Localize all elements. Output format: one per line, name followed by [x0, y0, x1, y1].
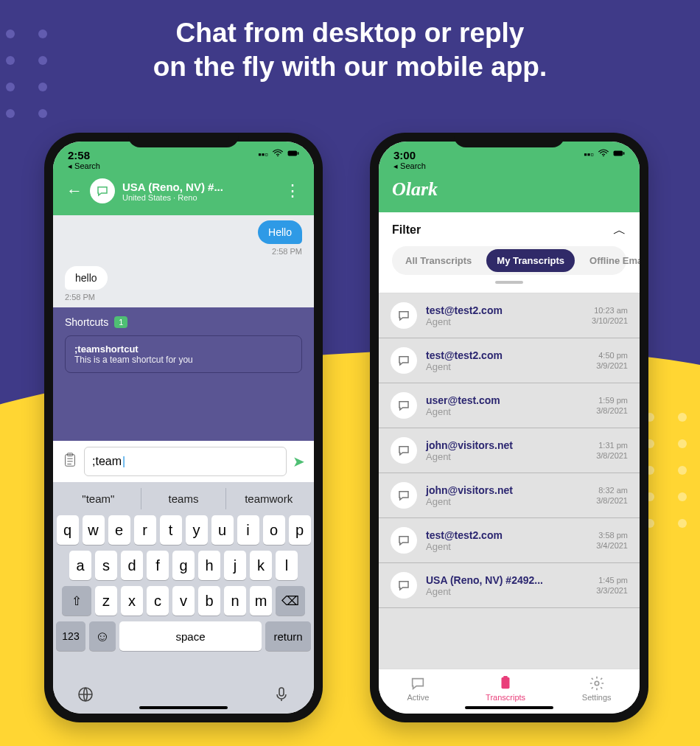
status-back-label[interactable]: ◂ Search	[393, 161, 426, 171]
decorative-dots-left	[6, 29, 53, 118]
nav-label: Transcripts	[486, 693, 525, 702]
avatar[interactable]	[90, 178, 115, 203]
key-w[interactable]: w	[83, 515, 105, 545]
transcript-email: test@test2.com	[426, 349, 596, 361]
transcript-row[interactable]: test@test2.comAgent10:23 am3/10/2021	[379, 293, 640, 338]
back-arrow-icon[interactable]: ←	[66, 181, 83, 201]
shortcut-description: This is a team shortcut for you	[74, 355, 293, 365]
filter-label: Filter	[392, 223, 421, 237]
status-back-label[interactable]: ◂ Search	[68, 161, 100, 171]
transcript-time: 1:59 pm	[596, 395, 628, 405]
key-a[interactable]: a	[69, 551, 91, 580]
transcript-list[interactable]: test@test2.comAgent10:23 am3/10/2021test…	[379, 293, 640, 669]
phone-transcripts: 3:00 ◂ Search ▪▪▫ Olark Filter ︿ All	[370, 133, 648, 722]
transcript-time: 1:45 pm	[596, 575, 628, 585]
battery-icon	[287, 149, 299, 160]
shortcut-item[interactable]: ;teamshortcut This is a team shortcut fo…	[65, 335, 302, 373]
key-t[interactable]: t	[160, 515, 182, 545]
chevron-up-icon: ︿	[613, 221, 626, 239]
key-b[interactable]: b	[198, 586, 220, 616]
key-s[interactable]: s	[95, 551, 117, 580]
chat-subtitle: United States · Reno	[122, 193, 223, 202]
shortcut-command: ;teamshortcut	[74, 344, 293, 355]
svg-point-7	[603, 155, 604, 156]
key-x[interactable]: x	[121, 586, 143, 616]
chat-bubble-icon	[391, 437, 417, 464]
message-out-time: 2:58 PM	[65, 247, 302, 256]
key-p[interactable]: p	[289, 515, 311, 545]
home-indicator[interactable]	[465, 706, 553, 709]
globe-icon[interactable]	[77, 686, 94, 706]
pull-handle[interactable]	[495, 281, 523, 284]
transcript-row[interactable]: USA (Reno, NV) #2492...Agent1:45 pm3/3/2…	[379, 563, 640, 608]
message-input[interactable]: ;team	[84, 447, 287, 476]
key-g[interactable]: g	[172, 551, 195, 580]
nav-active[interactable]: Active	[407, 675, 429, 702]
space-key[interactable]: space	[119, 621, 262, 651]
key-y[interactable]: y	[186, 515, 208, 545]
key-l[interactable]: l	[276, 551, 298, 580]
shortcuts-label: Shortcuts	[65, 316, 108, 328]
suggestion[interactable]: teams	[141, 488, 226, 509]
return-key[interactable]: return	[265, 621, 311, 651]
nav-settings[interactable]: Settings	[582, 675, 612, 702]
filter-header[interactable]: Filter ︿	[392, 221, 626, 239]
shift-key[interactable]: ⇧	[62, 586, 91, 616]
transcript-row[interactable]: test@test2.comAgent3:58 pm3/4/2021	[379, 518, 640, 563]
key-d[interactable]: d	[121, 551, 143, 580]
key-f[interactable]: f	[147, 551, 169, 580]
key-e[interactable]: e	[108, 515, 130, 545]
transcript-role: Agent	[426, 541, 596, 552]
battery-icon	[613, 149, 625, 160]
key-u[interactable]: u	[211, 515, 234, 545]
key-n[interactable]: n	[224, 586, 246, 616]
key-q[interactable]: q	[57, 515, 79, 545]
key-k[interactable]: k	[250, 551, 272, 580]
svg-rect-9	[623, 152, 625, 154]
svg-rect-11	[503, 676, 508, 679]
chat-bubble-icon	[391, 302, 417, 329]
kebab-menu-icon[interactable]: ⋮	[284, 181, 301, 201]
chat-bubble-icon	[391, 527, 417, 554]
transcript-email: test@test2.com	[426, 529, 596, 541]
transcript-email: USA (Reno, NV) #2492...	[426, 574, 596, 586]
tab-offline-emails[interactable]: Offline Emails	[579, 249, 640, 272]
key-j[interactable]: j	[224, 551, 246, 580]
transcript-row[interactable]: john@visitors.netAgent8:32 am3/8/2021	[379, 473, 640, 518]
key-o[interactable]: o	[263, 515, 285, 545]
keyboard: "team" teams teamwork qwertyuiop asdfghj…	[53, 482, 314, 678]
transcript-row[interactable]: john@visitors.netAgent1:31 pm3/8/2021	[379, 428, 640, 473]
message-area[interactable]: Hello 2:58 PM hello 2:58 PM	[53, 215, 314, 307]
emoji-key[interactable]: ☺	[89, 621, 116, 651]
transcript-date: 3/9/2021	[596, 360, 628, 371]
suggestion[interactable]: "team"	[56, 488, 141, 509]
nav-transcripts[interactable]: Transcripts	[486, 675, 525, 702]
key-m[interactable]: m	[250, 586, 272, 616]
key-i[interactable]: i	[237, 515, 259, 545]
numeric-key[interactable]: 123	[56, 621, 85, 651]
send-icon[interactable]: ➤	[293, 453, 305, 470]
transcript-row[interactable]: user@test.comAgent1:59 pm3/8/2021	[379, 383, 640, 428]
transcript-role: Agent	[426, 586, 596, 597]
key-z[interactable]: z	[95, 586, 117, 616]
clipboard-icon[interactable]	[62, 452, 78, 471]
backspace-key[interactable]: ⌫	[276, 586, 305, 616]
tab-all-transcripts[interactable]: All Transcripts	[395, 249, 482, 272]
signal-icon: ▪▪▫	[258, 149, 268, 160]
home-indicator[interactable]	[139, 706, 228, 709]
tab-my-transcripts[interactable]: My Transcripts	[486, 249, 575, 272]
key-r[interactable]: r	[134, 515, 156, 545]
chat-title: USA (Reno, NV) #...	[122, 181, 223, 193]
key-v[interactable]: v	[172, 586, 195, 616]
svg-rect-8	[614, 151, 623, 156]
transcript-row[interactable]: test@test2.comAgent4:50 pm3/9/2021	[379, 338, 640, 383]
svg-rect-6	[279, 688, 284, 696]
key-h[interactable]: h	[198, 551, 220, 580]
key-c[interactable]: c	[147, 586, 169, 616]
mic-icon[interactable]	[273, 686, 290, 706]
transcript-role: Agent	[426, 316, 592, 327]
transcript-role: Agent	[426, 496, 596, 507]
wifi-icon	[272, 149, 284, 160]
suggestion[interactable]: teamwork	[225, 488, 311, 509]
svg-point-12	[595, 681, 599, 686]
